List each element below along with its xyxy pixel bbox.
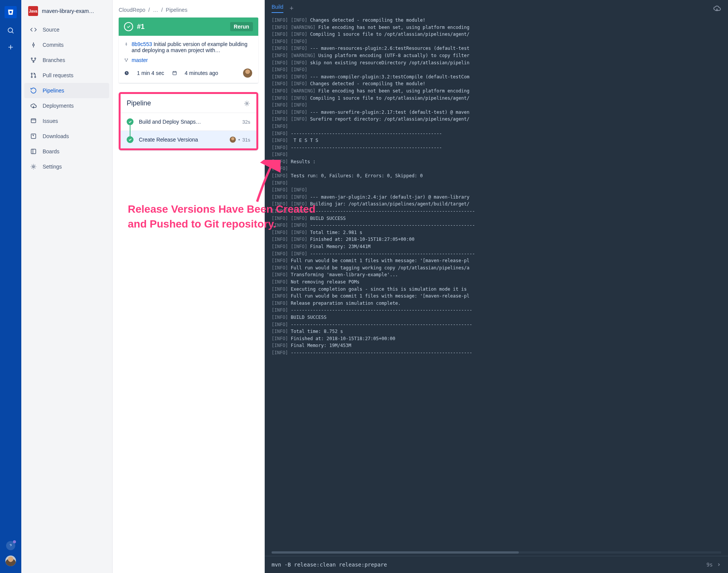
- downloads-icon: [30, 132, 37, 140]
- commit-hash[interactable]: 8b9c553: [132, 41, 152, 47]
- svg-point-18: [246, 102, 248, 104]
- step-name: Create Release Versiona: [139, 137, 230, 143]
- trigger-avatar: [230, 137, 236, 143]
- deployments-icon: [30, 102, 37, 110]
- sidebar-item-pipelines[interactable]: Pipelines: [24, 83, 109, 98]
- commit-text: 8b9c553Initial public version of example…: [132, 41, 252, 53]
- check-icon: [124, 22, 133, 31]
- sidebar-item-boards[interactable]: Boards: [24, 144, 109, 159]
- svg-point-3: [35, 58, 36, 59]
- check-icon: [127, 118, 134, 125]
- svg-point-15: [126, 61, 127, 62]
- breadcrumb-link[interactable]: CloudRepo: [119, 7, 145, 13]
- branch-icon: [124, 58, 129, 62]
- pipeline-step[interactable]: Create Release Versiona •31s: [121, 131, 256, 148]
- pull-requests-icon: [30, 72, 37, 79]
- svg-rect-10: [31, 149, 36, 154]
- clock-icon: [124, 70, 129, 76]
- main-content: CloudRepo / … / Pipelines #1 Rerun 8b9c5…: [113, 0, 265, 573]
- commit-icon: [124, 42, 129, 46]
- add-tab-icon[interactable]: +: [289, 5, 294, 13]
- svg-point-4: [33, 61, 34, 62]
- sidebar-item-prs[interactable]: Pull requests: [24, 68, 109, 83]
- svg-rect-17: [173, 72, 176, 75]
- breadcrumb-link[interactable]: …: [153, 7, 158, 13]
- sidebar-item-downloads[interactable]: Downloads: [24, 129, 109, 144]
- chevron-right-icon[interactable]: [717, 562, 721, 567]
- log-command: mvn -B release:clean release:prepare: [272, 562, 387, 568]
- sidebar-item-label: Branches: [43, 57, 65, 63]
- settings-icon: [30, 163, 37, 170]
- breadcrumb: CloudRepo / … / Pipelines: [119, 7, 258, 13]
- branches-icon: [30, 56, 37, 64]
- sidebar-item-label: Issues: [43, 118, 58, 124]
- svg-point-0: [8, 28, 13, 32]
- user-avatar[interactable]: [5, 555, 16, 566]
- sidebar-item-label: Source: [43, 27, 59, 33]
- svg-point-6: [31, 76, 32, 78]
- global-nav-rail: [0, 0, 21, 573]
- help-icon[interactable]: [6, 541, 15, 550]
- source-icon: [30, 26, 37, 33]
- log-command-duration: 9s: [706, 562, 713, 568]
- step-name: Build and Deploy Snaps…: [139, 119, 242, 125]
- svg-point-11: [33, 166, 35, 168]
- issues-icon: [30, 117, 37, 125]
- sidebar-item-label: Boards: [43, 148, 59, 154]
- sidebar-item-label: Pipelines: [43, 88, 64, 94]
- svg-point-5: [31, 73, 32, 74]
- commits-icon: [30, 41, 37, 49]
- sidebar-item-settings[interactable]: Settings: [24, 159, 109, 174]
- run-card: #1 Rerun 8b9c553Initial public version o…: [119, 18, 258, 83]
- run-title: #1: [137, 23, 226, 31]
- log-output[interactable]: [INFO] [INFO] Changes detected - recompi…: [265, 13, 728, 551]
- rerun-button[interactable]: Rerun: [230, 22, 253, 31]
- sidebar-item-source[interactable]: Source: [24, 22, 109, 37]
- svg-point-13: [125, 59, 126, 59]
- step-duration: 32s: [242, 119, 250, 125]
- author-avatar: [243, 68, 252, 78]
- sidebar-item-branches[interactable]: Branches: [24, 53, 109, 68]
- sidebar-item-label: Deployments: [43, 103, 74, 109]
- svg-point-12: [126, 44, 127, 45]
- svg-point-7: [35, 76, 36, 78]
- project-badge: Java: [28, 6, 38, 16]
- svg-point-1: [33, 44, 35, 46]
- search-icon[interactable]: [6, 26, 15, 35]
- check-icon: [127, 136, 134, 143]
- bitbucket-logo[interactable]: [5, 6, 17, 18]
- sidebar-item-label: Commits: [43, 42, 64, 48]
- pipeline-step[interactable]: Build and Deploy Snaps… 32s: [121, 113, 256, 131]
- gear-icon[interactable]: [243, 100, 250, 107]
- cloud-download-icon[interactable]: [713, 4, 721, 13]
- sidebar-item-issues[interactable]: Issues: [24, 113, 109, 129]
- log-panel: Build + [INFO] [INFO] Changes detected -…: [265, 0, 728, 573]
- breadcrumb-current: Pipelines: [166, 7, 188, 13]
- sidebar-item-label: Settings: [43, 164, 62, 170]
- sidebar-item-label: Downloads: [43, 133, 69, 139]
- tab-build[interactable]: Build: [272, 4, 283, 13]
- boards-icon: [30, 148, 37, 155]
- step-duration: 31s: [242, 137, 250, 143]
- project-name: maven-library-exam…: [42, 8, 94, 14]
- repo-sidebar: Java maven-library-exam… Source Commits …: [21, 0, 113, 573]
- project-header[interactable]: Java maven-library-exam…: [21, 0, 112, 20]
- svg-rect-8: [31, 119, 36, 123]
- run-duration: 1 min 4 sec: [137, 70, 164, 76]
- pipeline-panel: Pipeline Build and Deploy Snaps… 32s Cre…: [119, 92, 258, 150]
- create-icon[interactable]: [6, 43, 15, 52]
- scrollbar[interactable]: [272, 551, 721, 554]
- sidebar-item-deployments[interactable]: Deployments: [24, 98, 109, 113]
- svg-point-2: [31, 58, 32, 59]
- svg-point-14: [127, 59, 128, 59]
- sidebar-item-commits[interactable]: Commits: [24, 37, 109, 53]
- sidebar-item-label: Pull requests: [43, 72, 73, 78]
- run-time: 4 minutes ago: [185, 70, 218, 76]
- pipeline-title: Pipeline: [127, 99, 151, 107]
- calendar-icon: [172, 70, 177, 76]
- pipelines-icon: [30, 87, 37, 94]
- branch-link[interactable]: master: [132, 57, 148, 63]
